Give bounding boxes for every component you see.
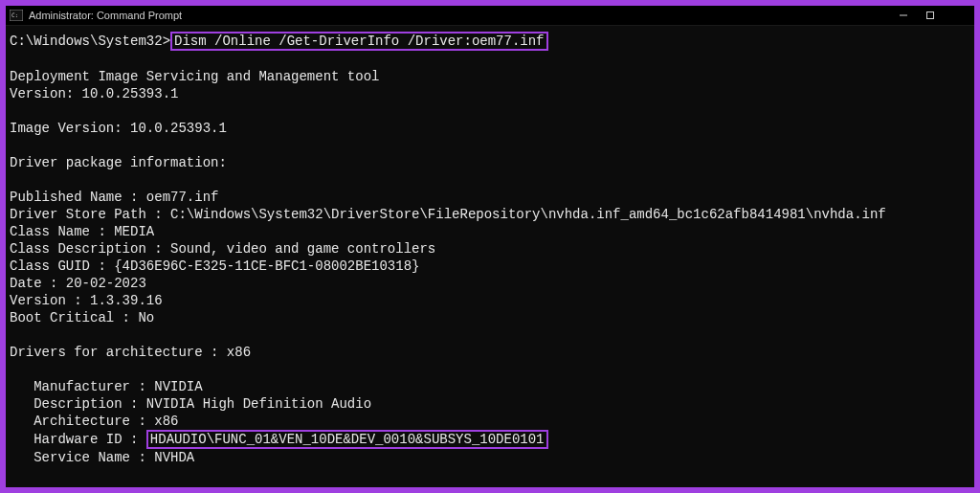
cmd-icon: C: [10,10,23,21]
published-name: Published Name : oem77.inf [10,190,218,205]
svg-text:C:: C: [11,11,18,18]
window-title: Administrator: Command Prompt [29,10,182,21]
class-guid: Class GUID : {4D36E96C-E325-11CE-BFC1-08… [10,258,419,274]
terminal-output[interactable]: C:\Windows\System32>Dism /Online /Get-Dr… [6,26,974,470]
hardware-id-highlight: HDAUDIO\FUNC_01&VEN_10DE&DEV_0010&SUBSYS… [146,430,548,449]
dism-header: Deployment Image Servicing and Managemen… [10,69,379,84]
window-frame: C: Administrator: Command Prompt C:\Wind… [4,4,976,489]
prompt-text: C:\Windows\System32> [10,34,170,49]
service-name-line: Service Name : NVHDA [10,450,194,465]
class-name: Class Name : MEDIA [10,224,154,239]
driver-store-path: Driver Store Path : C:\Windows\System32\… [10,207,886,222]
minimize-button[interactable] [890,6,917,25]
dism-version: Version: 10.0.25393.1 [10,86,178,101]
architecture-line: Architecture : x86 [10,414,178,429]
arch-header: Drivers for architecture : x86 [10,345,251,360]
boot-critical: Boot Critical : No [10,310,154,325]
hardware-id-label: Hardware ID : [10,432,146,447]
pkg-header: Driver package information: [10,155,227,170]
date-line: Date : 20-02-2023 [10,276,146,291]
class-description: Class Description : Sound, video and gam… [10,241,435,257]
maximize-button[interactable] [917,6,944,25]
hardware-id-value: HDAUDIO\FUNC_01&VEN_10DE&DEV_0010&SUBSYS… [150,432,545,447]
image-version: Image Version: 10.0.25393.1 [10,121,227,136]
version-line: Version : 1.3.39.16 [10,293,163,308]
manufacturer-line: Manufacturer : NVIDIA [10,379,203,394]
command-highlight: Dism /Online /Get-DriverInfo /Driver:oem… [170,32,547,51]
description-line: Description : NVIDIA High Definition Aud… [10,396,371,412]
command-text: Dism /Online /Get-DriverInfo /Driver:oem… [174,34,544,49]
svg-rect-3 [927,12,934,19]
titlebar[interactable]: C: Administrator: Command Prompt [6,6,974,26]
